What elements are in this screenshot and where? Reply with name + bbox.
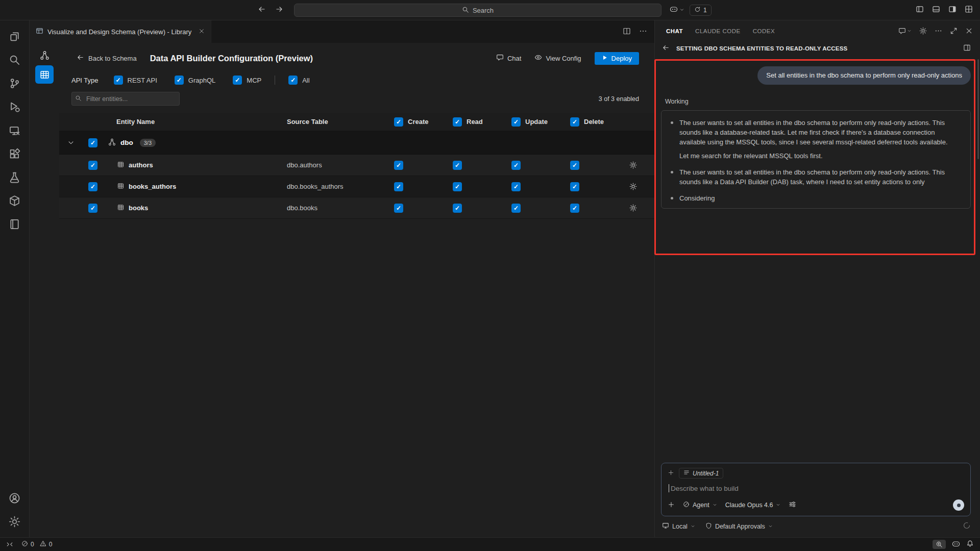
notifications-bell-icon[interactable]: [966, 540, 974, 549]
delete-all-checkbox[interactable]: [570, 117, 579, 127]
create-all-checkbox[interactable]: [394, 117, 403, 127]
close-panel-icon[interactable]: [965, 27, 973, 36]
nav-back-icon[interactable]: [258, 5, 266, 15]
row-checkbox[interactable]: [88, 182, 97, 191]
delete-checkbox[interactable]: [570, 182, 579, 191]
remote-explorer-icon[interactable]: [3, 118, 27, 142]
command-center-search[interactable]: Search: [294, 4, 662, 17]
all-checkbox[interactable]: [288, 76, 298, 85]
tab-close-icon[interactable]: [199, 28, 205, 36]
zoom-in-button[interactable]: [933, 540, 946, 549]
graphql-checkbox[interactable]: [175, 76, 184, 85]
copilot-menu-button[interactable]: [670, 5, 684, 15]
environment-selector-local[interactable]: Local: [662, 522, 695, 531]
nav-forward-icon[interactable]: [275, 5, 283, 15]
customize-layout-icon[interactable]: [965, 5, 973, 15]
delete-checkbox[interactable]: [570, 204, 579, 213]
read-checkbox[interactable]: [453, 204, 462, 213]
sync-changes-button[interactable]: 1: [690, 5, 712, 16]
tab-title: Visualize and Design Schema (Preview) - …: [47, 28, 191, 36]
all-checkbox-group[interactable]: All: [288, 76, 309, 85]
session-back-icon[interactable]: [662, 44, 670, 53]
update-checkbox[interactable]: [511, 204, 521, 213]
tools-sliders-icon[interactable]: [789, 500, 796, 510]
chat-input-box[interactable]: Untitled-1 Describe what to build Agent …: [661, 463, 971, 516]
copilot-status-icon[interactable]: [952, 540, 960, 549]
create-checkbox[interactable]: [394, 182, 403, 191]
tab-codex[interactable]: CODEX: [753, 28, 775, 34]
create-checkbox[interactable]: [394, 161, 403, 170]
entity-settings-gear-icon[interactable]: [618, 161, 648, 169]
run-debug-icon[interactable]: [3, 95, 27, 118]
split-editor-icon[interactable]: [623, 27, 631, 37]
create-checkbox[interactable]: [394, 204, 403, 213]
agent-mode-selector[interactable]: Agent: [683, 501, 717, 509]
dbo-group-checkbox[interactable]: [88, 138, 97, 147]
new-chat-button[interactable]: [898, 27, 912, 36]
approvals-selector[interactable]: Default Approvals: [705, 522, 773, 531]
update-all-checkbox[interactable]: [511, 117, 521, 127]
read-all-checkbox[interactable]: [453, 117, 462, 127]
toggle-sidebar-left-icon[interactable]: [916, 5, 924, 15]
attach-plus-icon[interactable]: [668, 501, 675, 510]
notebooks-icon[interactable]: [3, 212, 27, 236]
schema-group-row[interactable]: dbo 3/3: [59, 131, 654, 155]
chat-button[interactable]: Chat: [496, 54, 521, 63]
rail-schema-view-button[interactable]: [35, 46, 54, 64]
problems-indicator[interactable]: 0 0: [21, 540, 52, 548]
account-icon[interactable]: [3, 486, 27, 510]
tab-visualize-design-schema[interactable]: Visualize and Design Schema (Preview) - …: [30, 20, 211, 43]
filter-entities-input[interactable]: [71, 92, 180, 106]
mcp-checkbox-group[interactable]: MCP: [233, 76, 261, 85]
toggle-panel-icon[interactable]: [932, 5, 940, 15]
rail-dab-config-button[interactable]: [35, 65, 54, 84]
database-projects-icon[interactable]: [3, 189, 27, 212]
entity-settings-gear-icon[interactable]: [618, 183, 648, 190]
rest-api-checkbox[interactable]: [114, 76, 123, 85]
toggle-sidebar-right-icon[interactable]: [948, 5, 957, 15]
table-row-authors[interactable]: authors dbo.authors: [59, 155, 654, 176]
mcp-checkbox[interactable]: [233, 76, 242, 85]
search-sidebar-icon[interactable]: [3, 48, 27, 71]
delete-checkbox[interactable]: [570, 161, 579, 170]
read-checkbox[interactable]: [453, 182, 462, 191]
extensions-icon[interactable]: [3, 142, 27, 165]
table-row-books[interactable]: books dbo.books: [59, 197, 654, 219]
maximize-panel-icon[interactable]: [950, 27, 958, 36]
add-context-icon[interactable]: [668, 469, 674, 478]
table-header-row: Entity Name Source Table Create Read Upd…: [59, 113, 654, 131]
scrollbar-thumb[interactable]: [977, 59, 979, 159]
more-actions-icon[interactable]: [639, 27, 647, 37]
page-title: Data API Builder Configuration (Preview): [150, 54, 313, 63]
testing-icon[interactable]: [3, 165, 27, 189]
rest-api-checkbox-group[interactable]: REST API: [114, 76, 157, 85]
status-bar: 0 0: [0, 537, 980, 551]
source-control-icon[interactable]: [3, 71, 27, 95]
view-config-button[interactable]: View Config: [534, 54, 581, 63]
open-in-editor-icon[interactable]: [963, 44, 971, 53]
back-to-schema-button[interactable]: Back to Schema: [77, 54, 137, 63]
chat-settings-gear-icon[interactable]: [919, 27, 927, 36]
deploy-button[interactable]: Deploy: [595, 52, 639, 65]
chevron-down-icon[interactable]: [59, 139, 83, 146]
update-checkbox[interactable]: [511, 161, 521, 170]
more-actions-icon[interactable]: [935, 27, 942, 36]
tab-chat[interactable]: CHAT: [666, 28, 683, 34]
prompt-placeholder: Describe what to build: [671, 485, 739, 492]
update-checkbox[interactable]: [511, 182, 521, 191]
entity-source: dbo.books_authors: [283, 183, 383, 190]
context-chip-untitled[interactable]: Untitled-1: [679, 468, 723, 479]
graphql-checkbox-group[interactable]: GraphQL: [175, 76, 215, 85]
read-checkbox[interactable]: [453, 161, 462, 170]
tab-claude-code[interactable]: CLAUDE CODE: [695, 28, 741, 34]
row-checkbox[interactable]: [88, 204, 97, 213]
remote-indicator[interactable]: [6, 541, 13, 548]
settings-gear-icon[interactable]: [3, 510, 27, 533]
chat-prompt-input[interactable]: Describe what to build: [669, 484, 964, 492]
table-row-books-authors[interactable]: books_authors dbo.books_authors: [59, 176, 654, 197]
row-checkbox[interactable]: [88, 161, 97, 170]
voice-dictation-button[interactable]: [953, 499, 964, 511]
entity-settings-gear-icon[interactable]: [618, 204, 648, 212]
explorer-icon[interactable]: [3, 24, 27, 48]
model-selector[interactable]: Claude Opus 4.6: [725, 502, 781, 509]
